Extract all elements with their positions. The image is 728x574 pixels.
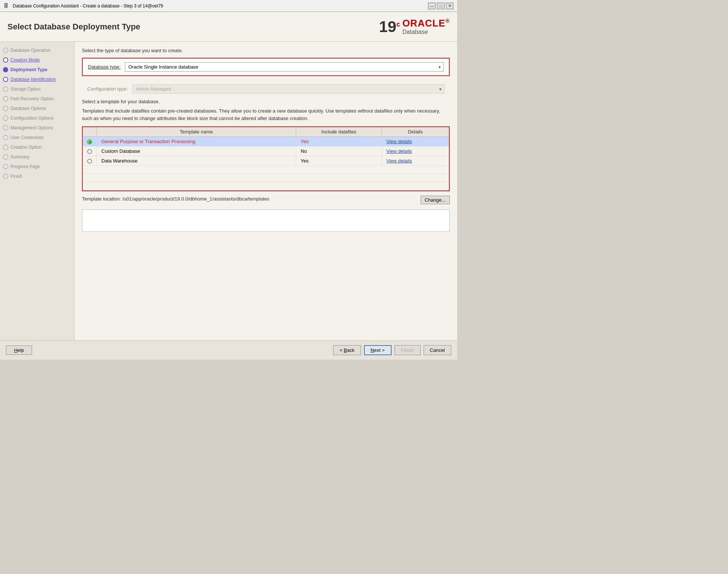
sidebar-item-management-options[interactable]: Management Options — [0, 123, 74, 133]
table-cell-details-1[interactable]: View details — [382, 137, 449, 146]
sidebar-item-database-options[interactable]: Database Options — [0, 104, 74, 113]
title-bar-controls: — □ ✕ — [428, 3, 453, 9]
sidebar-label-configuration-options: Configuration Options — [10, 116, 54, 121]
info-box — [82, 209, 450, 232]
oracle-name: ORACLE® — [402, 18, 450, 28]
sidebar-label-creation-option: Creation Option — [10, 145, 42, 150]
finish-label: Finish — [401, 347, 414, 353]
back-button[interactable]: < Back — [333, 345, 361, 355]
sidebar-item-progress-page[interactable]: Progress Page — [0, 162, 74, 171]
view-details-link-3[interactable]: View details — [386, 158, 412, 164]
table-cell-datafiles-1: Yes — [296, 137, 382, 146]
table-row[interactable]: Custom Database No View details — [83, 146, 449, 156]
table-col-datafiles: Include datafiles — [296, 127, 382, 137]
config-type-label: Configuration type: — [87, 86, 128, 92]
change-button[interactable]: Change... — [421, 196, 450, 204]
cancel-button[interactable]: Cancel — [424, 345, 451, 355]
maximize-button[interactable]: □ — [437, 3, 444, 9]
table-row-empty — [83, 182, 449, 190]
config-type-select-wrapper: Admin Managed ▼ — [132, 84, 444, 94]
table-row-empty — [83, 174, 449, 182]
table-cell-name-1: General Purpose or Transaction Processin… — [97, 137, 296, 146]
sidebar-item-fast-recovery-option[interactable]: Fast Recovery Option — [0, 94, 74, 104]
radio-3[interactable] — [87, 159, 92, 164]
footer-left: Help — [6, 346, 32, 355]
table-cell-radio-2[interactable] — [83, 146, 97, 156]
table-cell-name-3: Data Warehouse — [97, 156, 296, 166]
finish-button[interactable]: Finish — [395, 345, 421, 355]
sidebar-item-user-credentials[interactable]: User Credentials — [0, 133, 74, 142]
radio-2[interactable] — [87, 149, 92, 154]
help-button[interactable]: Help — [6, 346, 32, 355]
config-type-row: Configuration type: Admin Managed ▼ — [82, 82, 450, 96]
table-cell-datafiles-3: Yes — [296, 156, 382, 166]
main-window: Select Database Deployment Type 19c ORAC… — [0, 12, 457, 360]
sidebar-dot-summary — [3, 154, 8, 160]
next-button[interactable]: Next > — [364, 345, 392, 355]
sidebar-label-database-identification: Database Identification — [10, 77, 56, 82]
footer-right: < Back Next > Finish Cancel — [333, 345, 451, 355]
table-cell-datafiles-2: No — [296, 146, 382, 156]
sidebar-dot-creation-option — [3, 145, 8, 150]
table-cell-radio-1[interactable] — [83, 137, 97, 146]
view-details-link-2[interactable]: View details — [386, 148, 412, 154]
template-location: Template location: /u01/app/oracle/produ… — [82, 196, 450, 204]
template-prompt: Select a template for your database. — [82, 99, 450, 104]
table-row[interactable]: General Purpose or Transaction Processin… — [83, 137, 449, 146]
template-location-label: Template location: — [82, 196, 122, 202]
header: Select Database Deployment Type 19c ORAC… — [0, 12, 457, 42]
radio-1[interactable] — [87, 139, 92, 144]
table-cell-name-2: Custom Database — [97, 146, 296, 156]
db-type-select[interactable]: Oracle Single Instance database Oracle R… — [125, 62, 444, 72]
db-type-label: Database type: — [88, 64, 120, 70]
template-table-wrapper: Template name Include datafiles Details … — [82, 126, 450, 191]
view-details-link-1[interactable]: View details — [386, 139, 412, 144]
sidebar-label-management-options: Management Options — [10, 125, 53, 130]
sidebar-item-creation-option[interactable]: Creation Option — [0, 142, 74, 152]
template-table: Template name Include datafiles Details … — [83, 127, 449, 190]
sidebar: Database Operation Creation Mode Deploym… — [0, 42, 75, 340]
sidebar-dot-management-options — [3, 125, 8, 130]
sidebar-item-database-operation[interactable]: Database Operation — [0, 45, 74, 55]
db-type-box: Database type: Oracle Single Instance da… — [82, 58, 450, 76]
sidebar-item-finish[interactable]: Finish — [0, 171, 74, 181]
template-location-text: Template location: /u01/app/oracle/produ… — [82, 196, 417, 202]
sidebar-dot-deployment-type — [3, 67, 8, 72]
sidebar-dot-progress-page — [3, 164, 8, 169]
sidebar-item-deployment-type[interactable]: Deployment Type — [0, 65, 74, 75]
oracle-logo: 19c ORACLE® Database — [379, 18, 450, 35]
sidebar-label-finish: Finish — [10, 174, 22, 179]
config-type-select: Admin Managed — [132, 84, 444, 94]
table-cell-details-2[interactable]: View details — [382, 146, 449, 156]
sidebar-item-storage-option[interactable]: Storage Option — [0, 84, 74, 94]
content-area: Database Operation Creation Mode Deploym… — [0, 42, 457, 340]
oracle-brand: ORACLE® Database — [402, 18, 450, 35]
table-cell-details-3[interactable]: View details — [382, 156, 449, 166]
oracle-version: 19c — [379, 19, 400, 35]
sidebar-label-database-options: Database Options — [10, 106, 46, 111]
table-row[interactable]: Data Warehouse Yes View details — [83, 156, 449, 166]
minimize-button[interactable]: — — [428, 3, 436, 9]
template-description: Templates that include datafiles contain… — [82, 107, 450, 122]
sidebar-label-storage-option: Storage Option — [10, 86, 41, 92]
table-col-details: Details — [382, 127, 449, 137]
sidebar-label-creation-mode: Creation Mode — [10, 57, 40, 63]
table-col-name: Template name — [97, 127, 296, 137]
sidebar-item-summary[interactable]: Summary — [0, 152, 74, 162]
db-type-select-wrapper: Oracle Single Instance database Oracle R… — [125, 62, 444, 72]
sidebar-dot-user-credentials — [3, 135, 8, 140]
page-title: Select Database Deployment Type — [7, 22, 140, 32]
table-row-empty — [83, 166, 449, 174]
table-cell-radio-3[interactable] — [83, 156, 97, 166]
sidebar-label-database-operation: Database Operation — [10, 48, 50, 53]
template-location-path: /u01/app/oracle/product/19.0.0/dbhome_1/… — [122, 196, 269, 202]
sidebar-item-database-identification[interactable]: Database Identification — [0, 75, 74, 84]
close-button[interactable]: ✕ — [446, 3, 453, 9]
sidebar-label-progress-page: Progress Page — [10, 164, 40, 169]
table-col-radio — [83, 127, 97, 137]
sidebar-dot-fast-recovery-option — [3, 96, 8, 101]
title-bar-text: Database Configuration Assistant - Creat… — [13, 3, 163, 9]
sidebar-item-configuration-options[interactable]: Configuration Options — [0, 113, 74, 123]
sidebar-dot-creation-mode — [3, 57, 8, 63]
sidebar-item-creation-mode[interactable]: Creation Mode — [0, 55, 74, 65]
